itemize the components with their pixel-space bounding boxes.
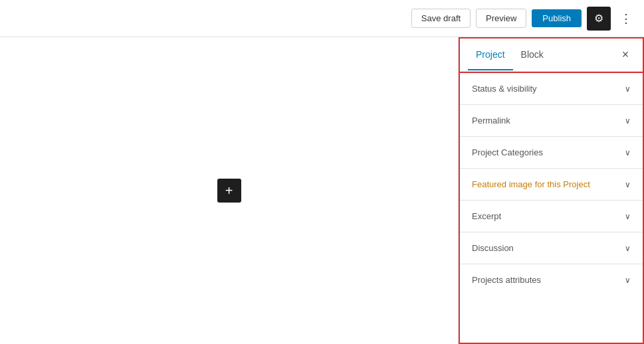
tab-project[interactable]: Project [468, 40, 513, 70]
close-icon: × [622, 48, 629, 62]
accordion-item: Permalink∨ [460, 105, 643, 137]
sidebar: Project Block × Status & visibility∨Perm… [458, 37, 644, 344]
more-options-button[interactable]: ⋮ [616, 9, 636, 29]
sidebar-panel: Status & visibility∨Permalink∨Project Ca… [459, 72, 644, 344]
accordion-label-5: Discussion [472, 243, 514, 253]
settings-button[interactable]: ⚙ [587, 7, 611, 31]
sidebar-tabs: Project Block × [460, 39, 643, 72]
chevron-down-icon: ∨ [625, 180, 631, 189]
accordion-header-4[interactable]: Excerpt∨ [460, 201, 643, 232]
tab-block[interactable]: Block [513, 40, 552, 70]
accordion-label-3: Featured image for this Project [472, 179, 590, 189]
accordion-label-0: Status & visibility [472, 84, 537, 94]
chevron-down-icon: ∨ [625, 148, 631, 157]
chevron-down-icon: ∨ [625, 212, 631, 221]
chevron-down-icon: ∨ [625, 116, 631, 126]
sidebar-close-button[interactable]: × [616, 46, 635, 64]
accordion-header-6[interactable]: Projects attributes∨ [460, 264, 643, 296]
accordion-item: Status & visibility∨ [460, 73, 643, 105]
publish-button[interactable]: Publish [532, 9, 582, 27]
sidebar-tabs-container: Project Block × [459, 37, 644, 72]
main-content-area: + [0, 37, 458, 344]
accordion-label-4: Excerpt [472, 211, 501, 221]
accordion-item: Discussion∨ [460, 232, 643, 264]
accordion-header-0[interactable]: Status & visibility∨ [460, 73, 643, 104]
gear-icon: ⚙ [594, 12, 603, 25]
accordion-label-6: Projects attributes [472, 275, 541, 285]
accordion-header-2[interactable]: Project Categories∨ [460, 137, 643, 168]
accordion-item: Featured image for this Project∨ [460, 169, 643, 201]
save-draft-button[interactable]: Save draft [411, 9, 471, 28]
chevron-down-icon: ∨ [625, 276, 631, 285]
add-block-button[interactable]: + [217, 179, 241, 203]
preview-button[interactable]: Preview [476, 9, 526, 28]
accordion-label-1: Permalink [472, 116, 510, 126]
chevron-down-icon: ∨ [625, 84, 631, 94]
toolbar: Save draft Preview Publish ⚙ ⋮ [0, 0, 644, 37]
accordion-header-3[interactable]: Featured image for this Project∨ [460, 169, 643, 200]
chevron-down-icon: ∨ [625, 244, 631, 253]
accordion-item: Projects attributes∨ [460, 264, 643, 296]
accordion-header-1[interactable]: Permalink∨ [460, 105, 643, 136]
ellipsis-icon: ⋮ [620, 11, 632, 26]
accordion-label-2: Project Categories [472, 147, 543, 157]
plus-icon: + [225, 184, 233, 197]
accordion-item: Project Categories∨ [460, 137, 643, 169]
accordion-header-5[interactable]: Discussion∨ [460, 232, 643, 264]
accordion-item: Excerpt∨ [460, 201, 643, 232]
